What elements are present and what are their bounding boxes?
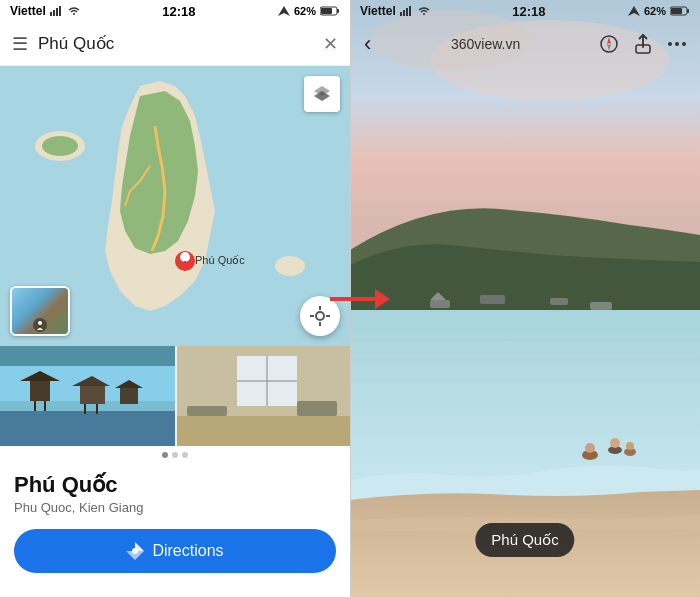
- compass-icon[interactable]: [600, 35, 618, 53]
- person-icon: [35, 320, 45, 330]
- layer-button[interactable]: [304, 76, 340, 112]
- right-location-icon: [628, 6, 640, 16]
- dot-1: [162, 452, 168, 458]
- dot-2: [172, 452, 178, 458]
- svg-point-78: [668, 42, 672, 46]
- carrier-text: Viettel: [10, 4, 46, 18]
- current-location-icon: [309, 305, 331, 327]
- battery-pct: 62%: [294, 5, 316, 17]
- directions-label: Directions: [152, 542, 223, 560]
- menu-button[interactable]: ☰: [12, 33, 28, 55]
- right-status-bar: Viettel 12:18 62%: [350, 0, 700, 22]
- right-battery-icon: [670, 6, 690, 16]
- svg-point-61: [585, 443, 595, 453]
- svg-rect-42: [297, 401, 337, 416]
- directions-button[interactable]: Directions: [14, 529, 336, 573]
- right-time: 12:18: [512, 4, 545, 19]
- photos-row: [0, 346, 350, 446]
- svg-point-80: [682, 42, 686, 46]
- wifi-icon: [68, 6, 80, 16]
- interior-photo-svg: [177, 346, 350, 446]
- left-time: 12:18: [162, 4, 195, 19]
- share-icon[interactable]: [634, 34, 652, 54]
- photo-huts[interactable]: [0, 346, 175, 446]
- right-carrier: Viettel: [360, 4, 430, 18]
- close-button[interactable]: ✕: [323, 33, 338, 55]
- svg-point-13: [180, 252, 190, 262]
- svg-rect-59: [590, 302, 612, 310]
- left-status-right: 62%: [278, 5, 340, 17]
- beach-photo: [350, 0, 700, 597]
- svg-point-45: [132, 548, 138, 554]
- left-panel: Viettel 12:18 62%: [0, 0, 350, 597]
- svg-marker-70: [628, 6, 640, 16]
- svg-point-10: [42, 136, 78, 156]
- svg-rect-41: [187, 406, 227, 416]
- svg-rect-7: [321, 8, 332, 14]
- search-bar: ☰ Phú Quốc ✕: [0, 22, 350, 66]
- svg-point-63: [610, 438, 620, 448]
- svg-rect-72: [687, 9, 689, 13]
- top-icons: [600, 34, 686, 54]
- right-panel: Viettel 12:18 62%: [350, 0, 700, 597]
- street-view-icon: [33, 318, 47, 332]
- svg-rect-66: [400, 12, 402, 16]
- back-button[interactable]: ‹: [364, 31, 371, 57]
- svg-rect-67: [403, 10, 405, 16]
- svg-rect-0: [50, 12, 52, 16]
- svg-rect-29: [80, 386, 105, 404]
- beach-svg: [350, 0, 700, 597]
- place-subtitle: Phu Quoc, Kien Giang: [14, 500, 336, 515]
- svg-text:Phú Quốc: Phú Quốc: [195, 254, 245, 266]
- directions-icon: [126, 542, 144, 560]
- svg-point-79: [675, 42, 679, 46]
- info-section: Phú Quốc Phu Quoc, Kien Giang: [0, 464, 350, 519]
- svg-point-11: [275, 256, 305, 276]
- right-signal-icon: [400, 6, 414, 16]
- svg-rect-68: [406, 8, 408, 16]
- location-arrow-icon: [278, 6, 290, 16]
- svg-rect-33: [120, 388, 138, 404]
- svg-rect-22: [0, 346, 175, 366]
- place-name: Phú Quốc: [14, 472, 336, 498]
- huts-photo-svg: [0, 346, 175, 446]
- svg-marker-76: [607, 44, 611, 51]
- right-wifi-icon: [418, 6, 430, 16]
- svg-rect-55: [430, 300, 450, 308]
- svg-point-15: [316, 312, 324, 320]
- svg-rect-2: [56, 8, 58, 16]
- layers-icon: [312, 84, 332, 104]
- right-top-bar: ‹ 360view.vn: [350, 22, 700, 66]
- photo-interior[interactable]: [177, 346, 350, 446]
- svg-rect-73: [671, 8, 682, 14]
- street-view-thumb[interactable]: [10, 286, 70, 336]
- svg-rect-69: [409, 6, 411, 16]
- location-label: Phú Quốc: [475, 523, 574, 557]
- svg-point-20: [38, 321, 42, 325]
- map-area[interactable]: Phú Quốc: [0, 66, 350, 346]
- svg-rect-3: [59, 6, 61, 16]
- svg-marker-75: [607, 37, 611, 44]
- svg-rect-23: [0, 406, 175, 446]
- left-status-left: Viettel: [10, 4, 80, 18]
- svg-rect-57: [480, 295, 505, 304]
- dot-3: [182, 452, 188, 458]
- svg-rect-6: [337, 9, 339, 13]
- svg-marker-47: [375, 289, 390, 309]
- svg-rect-58: [550, 298, 568, 305]
- red-arrow-svg: [330, 284, 390, 314]
- left-status-bar: Viettel 12:18 62%: [0, 0, 350, 22]
- more-icon[interactable]: [668, 40, 686, 48]
- svg-rect-25: [30, 381, 50, 401]
- signal-icon: [50, 6, 64, 16]
- svg-rect-37: [177, 416, 350, 446]
- right-battery-area: 62%: [628, 5, 690, 17]
- svg-point-65: [626, 442, 634, 450]
- battery-icon: [320, 6, 340, 16]
- svg-rect-1: [53, 10, 55, 16]
- url-text: 360view.vn: [451, 36, 520, 52]
- arrow-container: [330, 284, 390, 314]
- dots-indicator: [0, 446, 350, 464]
- svg-marker-4: [278, 6, 290, 16]
- search-text[interactable]: Phú Quốc: [38, 33, 313, 54]
